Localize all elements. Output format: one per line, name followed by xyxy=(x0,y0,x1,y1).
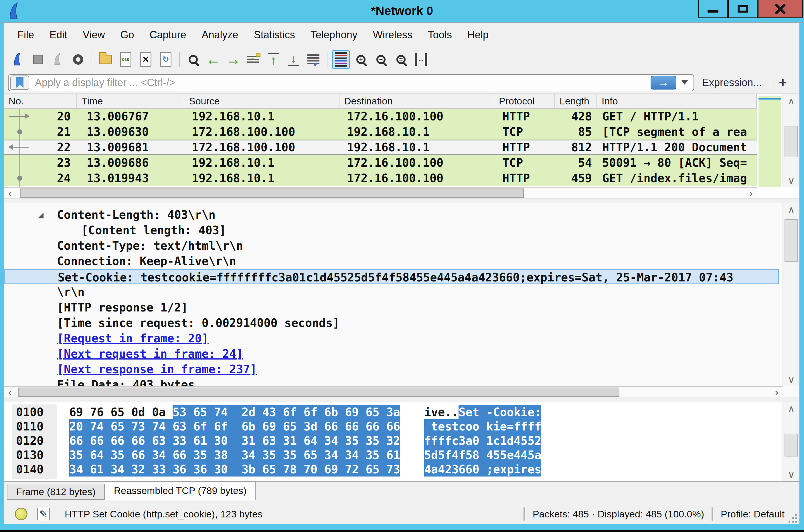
detail-line[interactable]: File Data: 403 bytes xyxy=(4,377,783,386)
hex-row-0110[interactable]: 011020 74 65 73 74 63 6f 6f 6b 69 65 3d … xyxy=(4,419,783,434)
vscroll-thumb[interactable] xyxy=(785,219,798,262)
restart-capture-button[interactable] xyxy=(49,50,67,69)
hex-dump[interactable]: 010069 76 65 0d 0a 53 65 74 2d 43 6f 6f … xyxy=(4,402,783,481)
maximize-button[interactable] xyxy=(728,0,757,18)
hex-row-0130[interactable]: 013035 64 35 66 34 66 35 38 34 35 35 65 … xyxy=(4,448,783,462)
detail-line[interactable]: Connection: Keep-Alive\r\n xyxy=(4,253,783,269)
details-hscrollbar[interactable]: ‹ › xyxy=(4,386,783,398)
profile-text[interactable]: Profile: Default xyxy=(721,509,785,520)
packet-row-24[interactable]: 2413.019943192.168.10.1172.16.100.100HTT… xyxy=(4,170,757,186)
expression-button[interactable]: Expression... xyxy=(694,77,770,89)
details-vscrollbar[interactable]: ∧ ∨ xyxy=(783,203,800,386)
scroll-up-icon[interactable]: ∧ xyxy=(783,402,800,415)
menu-go[interactable]: Go xyxy=(112,23,142,46)
column-header-protocol[interactable]: Protocol xyxy=(494,94,555,108)
close-file-button[interactable]: ✕ xyxy=(137,50,154,69)
detail-link[interactable]: [Next request in frame: 24] xyxy=(4,346,783,362)
packet-row-20[interactable]: 2013.006767192.168.10.1172.16.100.100HTT… xyxy=(4,109,757,124)
capture-options-button[interactable] xyxy=(69,50,87,69)
packet-row-23[interactable]: 2313.009686192.168.10.1172.16.100.100TCP… xyxy=(4,155,757,170)
hscroll-thumb[interactable] xyxy=(20,189,524,198)
menu-capture[interactable]: Capture xyxy=(142,23,194,46)
menu-file[interactable]: File xyxy=(10,23,42,46)
vscroll-thumb[interactable] xyxy=(785,434,798,456)
menu-help[interactable]: Help xyxy=(460,23,496,46)
resize-grip[interactable] xyxy=(792,517,794,519)
scroll-right-icon[interactable]: › xyxy=(745,188,757,198)
column-header-destination[interactable]: Destination xyxy=(340,94,494,108)
vscroll-thumb[interactable] xyxy=(785,126,798,157)
hex-row-0120[interactable]: 012066 66 66 66 63 33 61 30 31 63 31 64 … xyxy=(4,434,783,448)
bytes-vscrollbar[interactable]: ∧ ∨ xyxy=(783,402,800,481)
column-header-source[interactable]: Source xyxy=(184,94,340,108)
menu-analyze[interactable]: Analyze xyxy=(194,23,246,46)
menu-edit[interactable]: Edit xyxy=(42,23,75,46)
add-filter-button[interactable]: + xyxy=(770,75,796,90)
scroll-up-icon[interactable]: ∧ xyxy=(783,203,800,216)
hex-row-0140[interactable]: 014034 61 34 32 33 36 36 30 3b 65 78 70 … xyxy=(4,462,783,476)
detail-link[interactable]: [Next response in frame: 237] xyxy=(4,362,783,377)
tab-reassembled[interactable]: Reassembled TCP (789 bytes) xyxy=(105,481,256,500)
detail-link[interactable]: [Request in frame: 20] xyxy=(4,331,783,346)
hscroll-thumb[interactable] xyxy=(18,387,619,397)
reload-file-button[interactable]: ↻ xyxy=(157,50,175,69)
apply-filter-button[interactable]: → xyxy=(651,76,676,90)
packet-row-22[interactable]: 2213.009681172.168.100.100192.168.10.1HT… xyxy=(4,139,757,155)
save-file-button[interactable]: 010 xyxy=(117,50,134,69)
auto-scroll-button[interactable] xyxy=(305,50,322,69)
scroll-right-icon[interactable]: › xyxy=(770,387,783,398)
detail-line[interactable]: \r\n xyxy=(4,284,783,300)
detail-line[interactable]: [HTTP response 1/2] xyxy=(4,300,783,315)
display-filter-input[interactable]: Apply a display filter ... <Ctrl-/> → xyxy=(8,74,694,91)
expert-info-icon[interactable] xyxy=(15,508,28,520)
menu-tools[interactable]: Tools xyxy=(420,23,460,46)
colorize-packets-button[interactable] xyxy=(332,50,350,69)
find-packet-button[interactable] xyxy=(184,50,202,69)
go-first-packet-button[interactable]: ↑ xyxy=(264,50,282,69)
capture-comment-icon[interactable]: ✎ xyxy=(37,508,50,520)
start-capture-button[interactable] xyxy=(9,50,27,69)
column-header-info[interactable]: Info xyxy=(597,94,757,108)
expander-icon[interactable]: ◢ xyxy=(38,207,43,223)
scroll-down-icon[interactable]: ∨ xyxy=(783,468,800,481)
scroll-left-icon[interactable]: ‹ xyxy=(4,387,16,398)
go-last-packet-button[interactable]: ↓ xyxy=(285,50,302,69)
zoom-out-button[interactable]: − xyxy=(372,50,390,69)
detail-line[interactable]: Set-Cookie: testcookie=ffffffffc3a01c1d4… xyxy=(4,269,779,284)
go-to-packet-button[interactable]: → xyxy=(244,50,262,69)
packet-row-21[interactable]: 2113.009630172.168.100.100192.168.10.1TC… xyxy=(4,124,757,139)
column-header-time[interactable]: Time xyxy=(77,94,184,108)
scroll-left-icon[interactable]: ‹ xyxy=(4,188,16,198)
pane-splitter-2[interactable] xyxy=(4,398,800,402)
scroll-down-icon[interactable]: ∨ xyxy=(783,174,800,187)
go-forward-button[interactable]: → xyxy=(224,50,242,69)
close-button[interactable] xyxy=(757,0,803,18)
minimize-button[interactable] xyxy=(698,0,728,18)
filter-history-caret[interactable] xyxy=(681,80,688,85)
detail-line[interactable]: Content-Type: text/html\r\n xyxy=(4,238,783,253)
menu-wireless[interactable]: Wireless xyxy=(365,23,420,46)
zoom-100-button[interactable]: = xyxy=(392,50,410,69)
menu-statistics[interactable]: Statistics xyxy=(246,23,303,46)
scroll-up-icon[interactable]: ∧ xyxy=(783,94,800,108)
scroll-down-icon[interactable]: ∨ xyxy=(783,373,800,386)
column-header-no[interactable]: No. xyxy=(4,94,77,108)
open-file-button[interactable] xyxy=(97,50,114,69)
menu-view[interactable]: View xyxy=(75,23,112,46)
zoom-in-button[interactable]: + xyxy=(352,50,370,69)
column-header-length[interactable]: Length xyxy=(555,94,597,108)
stop-capture-button[interactable] xyxy=(29,50,47,69)
detail-line[interactable]: [Content length: 403] xyxy=(4,223,783,238)
hex-row-0100[interactable]: 010069 76 65 0d 0a 53 65 74 2d 43 6f 6f … xyxy=(4,405,783,419)
pane-splitter-1[interactable] xyxy=(4,198,800,203)
filter-bookmark-button[interactable] xyxy=(10,76,29,90)
detail-line[interactable]: ◢Content-Length: 403\r\n xyxy=(4,207,783,223)
packet-list-vscrollbar[interactable]: ∧ ∨ xyxy=(783,94,800,187)
tab-frame[interactable]: Frame (812 bytes) xyxy=(7,484,105,500)
resize-columns-button[interactable]: ↔ xyxy=(412,50,430,69)
go-back-button[interactable]: ← xyxy=(204,50,222,69)
detail-line[interactable]: [Time since request: 0.002914000 seconds… xyxy=(4,315,783,331)
packet-list-hscrollbar[interactable]: ‹ › xyxy=(4,187,757,198)
intelligent-scrollbar-minimap[interactable] xyxy=(757,94,783,187)
menu-telephony[interactable]: Telephony xyxy=(303,23,365,46)
